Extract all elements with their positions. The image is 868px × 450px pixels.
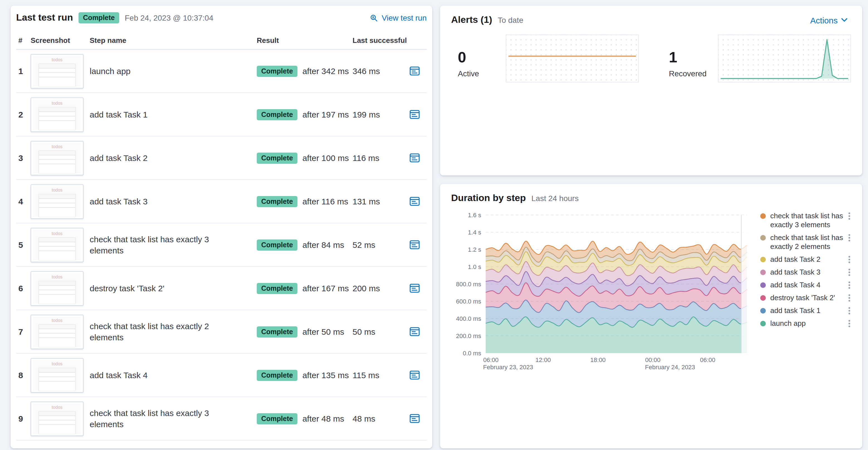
step-screenshot-thumbnail[interactable]: todos	[31, 314, 84, 349]
step-screenshot-thumbnail[interactable]: todos	[31, 358, 84, 392]
thumbnail-app-card	[39, 281, 76, 303]
recovered-alerts-stat: 1 Recovered	[669, 49, 718, 78]
step-last-successful: 48 ms	[352, 414, 408, 423]
duration-body: 0.0 ms200.0 ms400.0 ms600.0 ms800.0 ms1.…	[451, 211, 851, 373]
view-performance-breakdown-button[interactable]	[408, 195, 421, 208]
step-screenshot-thumbnail[interactable]: todos	[31, 54, 84, 88]
thumbnail-todos-label: todos	[52, 231, 62, 236]
synthetics-monitor-dashboard: Last test run Complete Feb 24, 2023 @ 10…	[0, 0, 868, 450]
view-performance-breakdown-button[interactable]	[408, 282, 421, 295]
step-after-duration: after 197 ms	[303, 110, 349, 119]
legend-item[interactable]: check that task list has exactly 3 eleme…	[760, 212, 851, 229]
actions-dropdown-button[interactable]: Actions	[807, 15, 851, 25]
legend-color-dot	[760, 269, 766, 275]
kebab-icon	[848, 234, 850, 242]
thumbnail-todos-label: todos	[52, 100, 62, 105]
step-screenshot-thumbnail[interactable]: todos	[31, 141, 84, 175]
step-screenshot-thumbnail[interactable]: todos	[31, 227, 84, 262]
view-test-run-link[interactable]: View test run	[370, 13, 427, 22]
view-performance-breakdown-button[interactable]	[408, 65, 421, 77]
performance-breakdown-icon	[409, 370, 420, 380]
thumbnail-todos-label: todos	[52, 405, 62, 410]
step-screenshot-thumbnail[interactable]: todos	[31, 401, 84, 436]
legend-options-button[interactable]	[848, 268, 851, 277]
legend-options-button[interactable]	[848, 306, 851, 315]
legend-options-button[interactable]	[848, 281, 851, 290]
performance-breakdown-icon	[409, 326, 420, 337]
legend-options-button[interactable]	[848, 293, 851, 302]
step-screenshot-thumbnail[interactable]: todos	[31, 271, 84, 306]
thumbnail-app-card	[39, 63, 76, 86]
legend-item[interactable]: add task Task 1	[760, 306, 851, 315]
legend-item[interactable]: launch app	[760, 319, 851, 328]
legend-options-button[interactable]	[848, 233, 851, 242]
view-performance-breakdown-button[interactable]	[408, 152, 421, 164]
table-row: 4 todos add task Task 3 Complete after 1…	[16, 180, 427, 223]
view-performance-breakdown-button[interactable]	[408, 369, 421, 382]
legend-color-dot	[760, 295, 766, 301]
step-name: add task Task 1	[90, 109, 257, 120]
thumbnail-todos-label: todos	[52, 187, 62, 192]
view-test-run-label: View test run	[382, 13, 427, 22]
step-after-duration: after 100 ms	[303, 153, 349, 163]
thumbnail-app-card	[39, 150, 76, 173]
legend-options-button[interactable]	[848, 319, 851, 328]
legend-color-dot	[760, 213, 766, 219]
svg-text:18:00: 18:00	[590, 356, 606, 363]
view-performance-breakdown-button[interactable]	[408, 412, 421, 425]
legend-item[interactable]: add task Task 2	[760, 255, 851, 264]
legend-item[interactable]: add task Task 3	[760, 268, 851, 277]
view-performance-breakdown-button[interactable]	[408, 325, 421, 338]
legend-item[interactable]: destroy task 'Task 2'	[760, 293, 851, 302]
step-name: check that task list has exactly 3 eleme…	[90, 408, 257, 430]
active-alerts-chart	[506, 35, 639, 83]
legend-item[interactable]: check that task list has exactly 2 eleme…	[760, 233, 851, 251]
actions-label: Actions	[810, 15, 838, 25]
svg-text:1.2 s: 1.2 s	[468, 246, 481, 253]
legend-item[interactable]: add task Task 4	[760, 281, 851, 290]
view-performance-breakdown-button[interactable]	[408, 108, 421, 121]
thumbnail-app-card	[39, 324, 76, 347]
duration-by-step-panel: Duration by step Last 24 hours 0.0 ms200…	[440, 184, 862, 448]
table-row: 6 todos destroy task 'Task 2' Complete a…	[16, 267, 427, 310]
performance-breakdown-icon	[409, 196, 420, 206]
legend-options-button[interactable]	[848, 255, 851, 264]
step-screenshot-thumbnail[interactable]: todos	[31, 97, 84, 132]
step-last-successful: 116 ms	[352, 153, 408, 163]
steps-table-header: # Screenshot Step name Result Last succe…	[16, 31, 427, 50]
last-test-run-header: Last test run Complete Feb 24, 2023 @ 10…	[16, 12, 427, 23]
svg-text:400.0 ms: 400.0 ms	[456, 315, 482, 322]
step-number: 9	[16, 414, 31, 423]
alerts-subtitle: To date	[498, 15, 523, 25]
chevron-down-icon	[841, 18, 848, 22]
col-number: #	[16, 36, 31, 44]
legend-label: check that task list has exactly 3 eleme…	[770, 212, 843, 229]
svg-text:12:00: 12:00	[535, 356, 551, 363]
step-status-badge: Complete	[257, 369, 298, 381]
table-row: 2 todos add task Task 1 Complete after 1…	[16, 93, 427, 136]
timestamp: Feb 24, 2023 @ 10:37:04	[125, 13, 213, 22]
table-row: 7 todos check that task list has exactly…	[16, 310, 427, 354]
alerts-panel: Alerts (1) To date Actions 0 Active	[440, 6, 862, 175]
step-screenshot-thumbnail[interactable]: todos	[31, 184, 84, 219]
view-performance-breakdown-button[interactable]	[408, 238, 421, 251]
active-alerts-stat: 0 Active	[458, 49, 506, 78]
thumbnail-todos-label: todos	[52, 361, 62, 366]
col-last-successful: Last successful	[352, 36, 408, 44]
legend-color-dot	[760, 235, 766, 240]
step-status-badge: Complete	[257, 283, 298, 294]
kebab-icon	[848, 281, 850, 289]
step-after-duration: after 84 ms	[303, 240, 344, 250]
legend-label: check that task list has exactly 2 eleme…	[770, 233, 843, 251]
duration-legend: check that task list has exactly 3 eleme…	[755, 212, 851, 373]
step-after-duration: after 48 ms	[303, 414, 344, 423]
duration-subtitle: Last 24 hours	[531, 194, 579, 203]
table-row: 5 todos check that task list has exactly…	[16, 223, 427, 267]
performance-breakdown-icon	[409, 109, 420, 120]
col-step-name: Step name	[90, 36, 257, 44]
step-status-badge: Complete	[257, 196, 298, 207]
step-number: 3	[16, 153, 31, 163]
legend-label: add task Task 2	[770, 255, 820, 264]
legend-options-button[interactable]	[848, 212, 851, 221]
duration-header: Duration by step Last 24 hours	[451, 193, 851, 204]
